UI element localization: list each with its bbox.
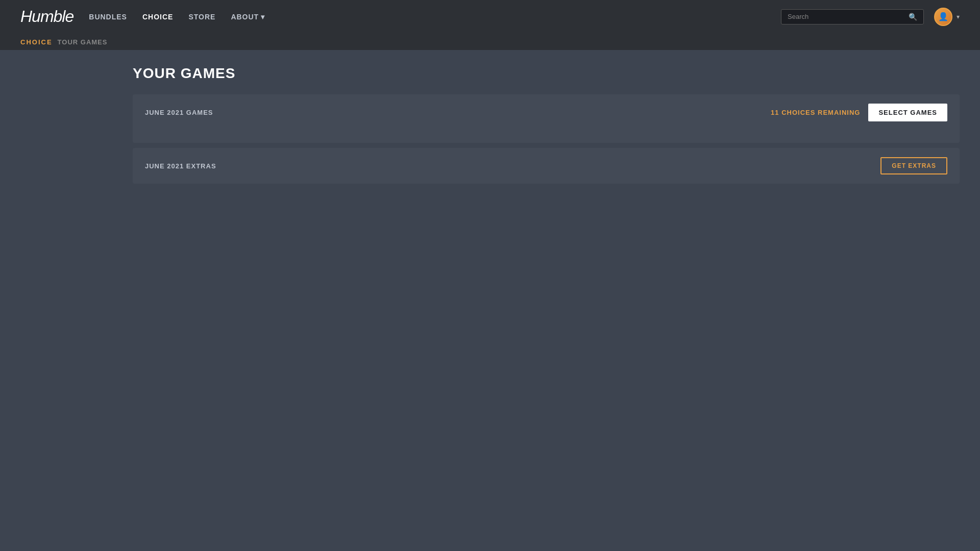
extras-title: JUNE 2021 EXTRAS <box>145 162 216 170</box>
extras-section: JUNE 2021 EXTRAS GET EXTRAS <box>133 148 960 184</box>
section-title: JUNE 2021 GAMES <box>145 109 213 116</box>
choice-label: CHOICE <box>20 38 53 46</box>
nav-choice[interactable]: CHOICE <box>142 13 173 21</box>
section-header-right: 11 CHOICES REMAINING SELECT GAMES <box>771 104 947 121</box>
nav-store[interactable]: STORE <box>188 13 215 21</box>
nav-links: BUNDLES CHOICE STORE ABOUT ▾ <box>89 13 781 21</box>
logo[interactable]: Humble <box>20 7 74 26</box>
select-games-button[interactable]: SELECT GAMES <box>868 104 947 121</box>
main-content: YOUR GAMES JUNE 2021 GAMES 11 CHOICES RE… <box>0 50 980 204</box>
get-extras-button[interactable]: GET EXTRAS <box>880 157 947 174</box>
tour-games-label: TOUR GAMES <box>58 38 108 46</box>
nav-about[interactable]: ABOUT ▾ <box>231 13 265 21</box>
games-section: JUNE 2021 GAMES 11 CHOICES REMAINING SEL… <box>133 94 960 143</box>
page-title: YOUR GAMES <box>133 65 960 82</box>
search-icon: 🔍 <box>909 13 917 21</box>
choice-header-band: CHOICE TOUR GAMES <box>0 33 980 50</box>
user-area[interactable]: 👤 ▾ <box>934 8 960 26</box>
avatar: 👤 <box>934 8 952 26</box>
logo-text: Humble <box>20 7 74 26</box>
extras-header: JUNE 2021 EXTRAS GET EXTRAS <box>133 148 960 184</box>
nav-bundles[interactable]: BUNDLES <box>89 13 127 21</box>
chevron-down-icon: ▾ <box>957 13 960 20</box>
section-header: JUNE 2021 GAMES 11 CHOICES REMAINING SEL… <box>133 94 960 131</box>
search-input[interactable] <box>788 13 909 20</box>
search-bar[interactable]: 🔍 <box>781 9 924 24</box>
choices-remaining: 11 CHOICES REMAINING <box>771 109 860 116</box>
navbar: Humble BUNDLES CHOICE STORE ABOUT ▾ 🔍 👤 … <box>0 0 980 33</box>
games-grid <box>133 131 960 143</box>
chevron-down-icon: ▾ <box>261 13 265 21</box>
